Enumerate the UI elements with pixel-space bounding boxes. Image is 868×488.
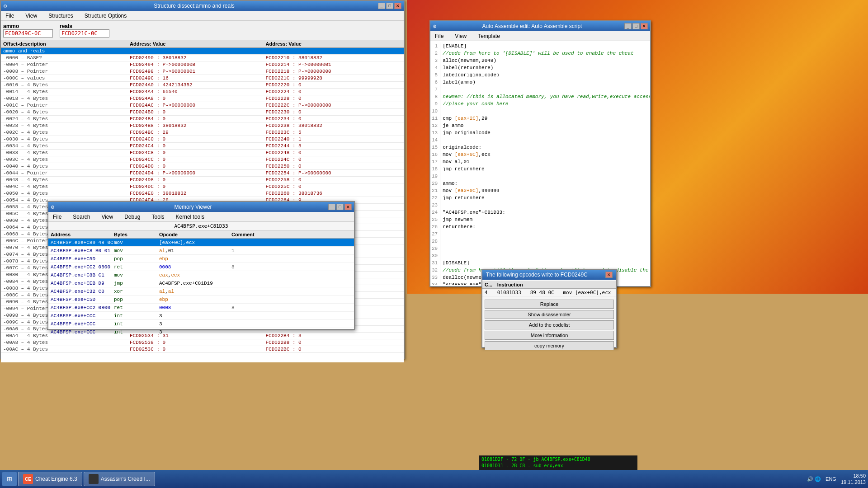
code-content[interactable]: [ENABLE] //code from here to '[DISABLE]'… — [443, 42, 650, 284]
table-row[interactable]: -0004 – Pointer FCD02494 : P->0000000B F… — [1, 61, 404, 68]
mv-menu-view[interactable]: View — [99, 213, 115, 221]
table-row[interactable]: -0030 – 4 Bytes FCD024C0 : 0 FCD02240 : … — [1, 136, 404, 143]
menu-file[interactable]: File — [3, 12, 16, 20]
close-button[interactable]: ✕ — [394, 3, 401, 9]
code-line: newmem: //this is allocated memory, you … — [443, 94, 650, 99]
table-row[interactable]: -0044 – Pointer FCD024D4 : P->00000000 F… — [1, 170, 404, 177]
more-information-button[interactable]: More information — [485, 331, 614, 340]
ammo-address-input[interactable] — [3, 29, 53, 38]
table-row[interactable]: -0020 – 4 Bytes FCD024B0 : 0 FCD02230 : … — [1, 109, 404, 116]
mv-row[interactable]: AC4BFSP.exe+CCC int 3 — [48, 328, 354, 334]
table-row[interactable]: -0040 – 4 Bytes FCD024D0 : 0 FCD02250 : … — [1, 163, 404, 170]
mv-row[interactable]: AC4BFSP.exe+CC2 0800 ret 0008 8 — [48, 304, 354, 312]
menu-structures[interactable]: Structures — [46, 12, 75, 20]
mv-close-button[interactable]: ✕ — [344, 204, 352, 210]
mv-menu-file[interactable]: File — [51, 213, 64, 221]
mv-address-bar: AC4BFSP.exe+C81D33 — [48, 222, 354, 231]
mv-maximize-button[interactable]: □ — [336, 204, 344, 210]
copy-memory-button[interactable]: copy memory — [485, 341, 614, 350]
table-row[interactable]: -000C – values FCD0249C : 16 FCD0221C : … — [1, 75, 404, 82]
table-row[interactable]: -00AC – 4 Bytes FCD0253C : 0 FCD022BC : … — [1, 346, 404, 353]
reals-address-input[interactable] — [60, 29, 109, 38]
clock: 18:50 19.11.2013 — [841, 473, 866, 486]
bottom-code-line2: 01081D31 - 2B C8 - sub ecx,eax — [481, 463, 635, 469]
mv-row[interactable]: AC4BFSP.exe+CEB D9 jmp AC4BFSP.exe+C81D1… — [48, 279, 354, 287]
code-line: dealloc(newmem) — [443, 275, 487, 280]
mv-minimize-button[interactable]: _ — [328, 204, 335, 210]
op-close-button[interactable]: ✕ — [605, 272, 613, 278]
col-addr2-header: Address: Value — [266, 41, 402, 47]
aa-minimize-button[interactable]: _ — [624, 23, 632, 29]
mv-window-title: Memory Viewer — [58, 204, 328, 210]
table-row[interactable]: -0000 – BASE? FCD02490 : 38018832 FCD022… — [1, 55, 404, 61]
mv-row-addr: AC4BFSP.exe+C5D — [51, 256, 114, 262]
table-row[interactable]: -0050 – 4 Bytes FCD024E0 : 38018832 FCD0… — [1, 190, 404, 197]
code-line: jmp returnhere — [443, 166, 484, 172]
cheat-engine-taskbar-btn[interactable]: CE Cheat Engine 6.3 — [18, 472, 82, 486]
table-row[interactable]: -002C – 4 Bytes FCD024BC : 29 FCD0223C :… — [1, 129, 404, 136]
table-row[interactable]: -0014 – 4 Bytes FCD024A4 : 65540 FCD0222… — [1, 89, 404, 95]
code-editor-area[interactable]: 1 2 3 4 5 6 7 8 9 10 11 12 13 14 15 16 1… — [430, 41, 650, 285]
mv-row-opcode: AC4BFSP.exe+C81D19 — [159, 281, 231, 286]
maximize-button[interactable]: □ — [386, 3, 393, 9]
table-row[interactable]: -0024 – 4 Bytes FCD024B4 : 0 FCD02234 : … — [1, 116, 404, 122]
mv-row-opcode: 0008 — [159, 264, 231, 270]
mv-menu-kernel-tools[interactable]: Kernel tools — [174, 213, 207, 221]
mv-menu-bar: File Search View Debug Tools Kernel tool… — [48, 212, 354, 222]
table-row[interactable]: -0048 – 4 Bytes FCD024D8 : 0 FCD02258 : … — [1, 177, 404, 183]
row-addr2: FCD02238 : 38018832 — [266, 123, 402, 128]
add-to-codelist-button[interactable]: Add to the codelist — [485, 320, 614, 329]
table-row[interactable]: -0028 – 4 Bytes FCD024B8 : 38018832 FCD0… — [1, 122, 404, 129]
aa-maximize-button[interactable]: □ — [632, 23, 640, 29]
row-addr1: FCD02538 : 0 — [130, 340, 266, 345]
mv-menu-search[interactable]: Search — [71, 213, 92, 221]
mv-row[interactable]: AC4BFSP.exe+C8 B0 01 mov al,01 1 — [48, 247, 354, 255]
address-row: ammo reals — [1, 21, 404, 40]
table-row[interactable]: -00A8 – 4 Bytes FCD02538 : 0 FCD022B8 : … — [1, 339, 404, 346]
row-offset: -0028 – 4 Bytes — [3, 123, 130, 128]
row-offset: -0010 – 4 Bytes — [3, 82, 130, 88]
row-offset: -0050 – 4 Bytes — [3, 191, 130, 196]
table-row[interactable]: -0038 – 4 Bytes FCD024C8 : 0 FCD02248 : … — [1, 150, 404, 156]
aa-menu-view[interactable]: View — [453, 32, 469, 40]
mv-row[interactable]: AC4BFSP.exe+C8B C1 mov eax,ecx — [48, 271, 354, 279]
mv-row-addr: AC4BFSP.exe+CCC — [51, 313, 114, 319]
ac-icon — [89, 474, 99, 484]
aa-menu-file[interactable]: File — [433, 32, 446, 40]
row-offset: -001C – Pointer — [3, 103, 130, 108]
mv-title-bar: ⚙ Memory Viewer _ □ ✕ — [48, 202, 354, 212]
table-row[interactable]: -0010 – 4 Bytes FCD024A0 : 4242134352 FC… — [1, 82, 404, 89]
mv-row-bytes: ret — [114, 305, 159, 310]
mv-row[interactable]: AC4BFSP.exe+CCC int 3 — [48, 312, 354, 320]
mv-col-addr-header: Address — [51, 232, 114, 237]
minimize-button[interactable]: _ — [378, 3, 385, 9]
assassin-creed-taskbar-btn[interactable]: Assassin's Creed I... — [84, 472, 155, 486]
start-icon[interactable]: ⊞ — [2, 472, 17, 486]
tray-icons: 🔊 🌐 — [807, 476, 821, 482]
table-row[interactable]: -003C – 4 Bytes FCD024CC : 0 FCD0224C : … — [1, 156, 404, 163]
mv-menu-debug[interactable]: Debug — [122, 213, 142, 221]
menu-view[interactable]: View — [23, 12, 39, 20]
table-row[interactable]: -004C – 4 Bytes FCD024DC : 0 FCD0225C : … — [1, 183, 404, 190]
table-row[interactable]: -0018 – 4 Bytes FCD024A8 : 0 FCD02228 : … — [1, 95, 404, 102]
mv-row[interactable]: AC4BFSP.exe+CCC int 3 — [48, 320, 354, 328]
mv-row[interactable]: AC4BFSP.exe+C5D pop ebp — [48, 255, 354, 263]
aa-menu-template[interactable]: Template — [476, 32, 502, 40]
group-name: ammo and reals — [3, 48, 130, 54]
aa-close-button[interactable]: ✕ — [641, 23, 648, 29]
show-disassembler-button[interactable]: Show disassembler — [485, 310, 614, 319]
table-row[interactable]: -0008 – Pointer FCD02498 : P->00000001 F… — [1, 68, 404, 75]
mv-row[interactable]: AC4BFSP.exe+C32 C0 xor al,al — [48, 287, 354, 296]
menu-structure-options[interactable]: Structure Options — [82, 12, 129, 20]
mv-data-area[interactable]: AC4BFSP.exe+C89 48 0C mov [eax+0C],ecx A… — [48, 239, 354, 334]
replace-button[interactable]: Replace — [485, 300, 614, 309]
mv-menu-tools[interactable]: Tools — [150, 213, 167, 221]
row-offset: -0018 – 4 Bytes — [3, 96, 130, 101]
selected-group-row[interactable]: ammo and reals — [1, 48, 404, 55]
mv-row[interactable]: AC4BFSP.exe+C5D pop ebp — [48, 296, 354, 304]
table-row[interactable]: -0034 – 4 Bytes FCD024C4 : 0 FCD02244 : … — [1, 143, 404, 150]
mv-row[interactable]: AC4BFSP.exe+CC2 0800 ret 0008 8 — [48, 263, 354, 271]
mv-row[interactable]: AC4BFSP.exe+C89 48 0C mov [eax+0C],ecx — [48, 239, 354, 247]
table-row[interactable]: -001C – Pointer FCD024AC : P->00000000 F… — [1, 102, 404, 109]
op-table-row[interactable]: 4 01081D33 - 89 48 0C - mov [eax+0C],ecx — [482, 289, 616, 297]
